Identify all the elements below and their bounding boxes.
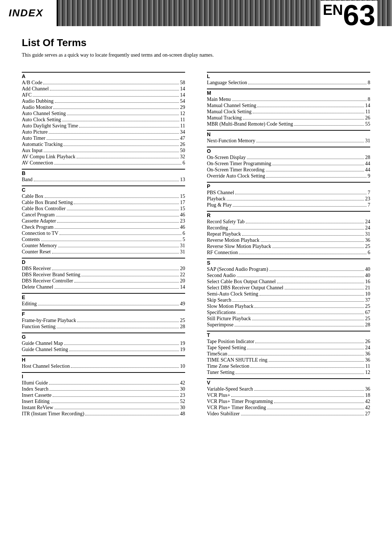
list-item: Function Setting28: [22, 324, 185, 330]
entry-label: Host Channel Selection: [22, 363, 70, 369]
entry-label: Contents: [22, 237, 40, 243]
entry-dots: [53, 396, 179, 397]
entry-label: Cassette Adapter: [22, 218, 56, 224]
entry-dots: [272, 248, 364, 248]
entry-dots: [239, 254, 367, 254]
entry-dots: [269, 270, 364, 271]
list-item: Recording24: [207, 225, 370, 231]
entry-label: AV Compu Link Playback: [22, 154, 75, 160]
section-F: F: [22, 310, 185, 317]
entry-page: 11: [180, 123, 185, 129]
entry-label: Skip Search: [207, 297, 231, 303]
entry-label: AV Connection: [22, 160, 53, 166]
section-letter: H: [22, 357, 185, 363]
entry-page: 44: [365, 161, 370, 167]
entry-label: Audio Dubbing: [22, 98, 54, 104]
section-letter: M: [207, 90, 370, 96]
entry-dots: [49, 133, 179, 134]
entry-label: Next-Function Memory: [207, 138, 255, 144]
entry-dots: [64, 345, 179, 345]
entry-label: DBS Receiver Controller: [22, 278, 73, 284]
section-letter: F: [22, 311, 185, 317]
entry-dots: [285, 289, 364, 289]
entry-label: Repeat Playback: [207, 231, 241, 237]
entry-label: DBS Receiver Brand Setting: [22, 272, 80, 278]
list-item: Delete Channel14: [22, 284, 185, 290]
entry-page: 28: [365, 155, 370, 160]
index-label: INDEX: [0, 0, 58, 26]
entry-dots: [77, 158, 179, 158]
entry-label: Instant ReView: [22, 405, 53, 411]
left-column: AA/B Code58Add Channel14AFC14Audio Dubbi…: [18, 69, 196, 417]
section-letter: P: [207, 183, 370, 189]
list-item: Instant ReView30: [22, 405, 185, 411]
entry-page: 16: [365, 279, 370, 285]
list-item: VCR Plus+ Timer Programming42: [207, 399, 370, 404]
entry-label: Insert Cassette: [22, 392, 52, 398]
list-item: Auto Daylight Saving Time11: [22, 123, 185, 129]
entry-page: 25: [365, 316, 370, 322]
entry-dots: [54, 288, 179, 289]
entry-page: 11: [366, 363, 370, 369]
entry-dots: [269, 361, 364, 362]
list-item: Select DBS Receiver Output Channel21: [207, 285, 370, 291]
section-P: P: [207, 182, 370, 189]
entry-label: VCR Plus+ Timer Programming: [207, 399, 273, 404]
entry-dots: [54, 228, 179, 229]
list-item: Reverse Motion Playback36: [207, 237, 370, 243]
entry-page: 28: [180, 324, 185, 330]
entry-label: PBS Channel: [207, 190, 234, 196]
list-item: Manual Clock Setting11: [207, 109, 370, 115]
entry-dots: [232, 101, 367, 101]
list-item: Counter Memory31: [22, 243, 185, 249]
list-item: Cable Box15: [22, 194, 185, 199]
entry-label: A/B Code: [22, 80, 42, 86]
section-letter: N: [207, 131, 370, 137]
list-item: Record Safety Tab24: [207, 219, 370, 225]
entry-page: 22: [180, 272, 185, 278]
entry-dots: [44, 152, 179, 152]
entry-dots: [267, 409, 364, 409]
list-item: Variable-Speed Search36: [207, 386, 370, 392]
list-item: VCR Plus+18: [207, 392, 370, 398]
entry-dots: [236, 374, 364, 374]
entry-page: 30: [180, 405, 185, 411]
entry-label: Manual Channel Setting: [207, 103, 256, 109]
list-item: Cable Box Brand Setting17: [22, 200, 185, 205]
list-item: Tape Speed Setting24: [207, 345, 370, 351]
entry-dots: [256, 142, 364, 142]
section-letter: I: [22, 374, 185, 379]
entry-label: Cable Box Controller: [22, 206, 66, 212]
entry-label: Illumi Guide: [22, 380, 48, 386]
entry-dots: [241, 415, 364, 415]
entry-page: 14: [365, 103, 370, 109]
list-item: Counter Reset31: [22, 249, 185, 255]
entry-label: Auto Clock Setting: [22, 117, 61, 123]
entry-page: 54: [180, 98, 185, 104]
entry-dots: [261, 241, 364, 242]
entry-dots: [234, 326, 364, 326]
entry-dots: [277, 283, 364, 283]
entry-page: 6: [183, 231, 185, 236]
entry-dots: [74, 282, 179, 282]
entry-dots: [52, 253, 179, 253]
section-S: S: [207, 258, 370, 266]
entry-label: Auto Timer: [22, 135, 45, 141]
list-item: Skip Search37: [207, 297, 370, 303]
page-num-text: 63: [343, 0, 375, 31]
section-N: N: [207, 130, 370, 137]
entry-page: 24: [365, 345, 370, 351]
list-item: Second Audio40: [207, 273, 370, 278]
list-item: Cancel Program46: [22, 212, 185, 218]
list-item: Guide Channel Map19: [22, 341, 185, 346]
section-letter: R: [207, 212, 370, 218]
entry-page: 42: [365, 405, 370, 411]
entry-dots: [247, 159, 364, 159]
list-item: Guide Channel Setting19: [22, 347, 185, 353]
list-item: Repeat Playback31: [207, 231, 370, 237]
list-item: PBS Channel7: [207, 190, 370, 196]
list-item: Select Cable Box Output Channel16: [207, 279, 370, 285]
entry-page: 28: [365, 322, 370, 328]
entry-page: 20: [180, 266, 185, 272]
entry-label: Band: [22, 177, 33, 183]
